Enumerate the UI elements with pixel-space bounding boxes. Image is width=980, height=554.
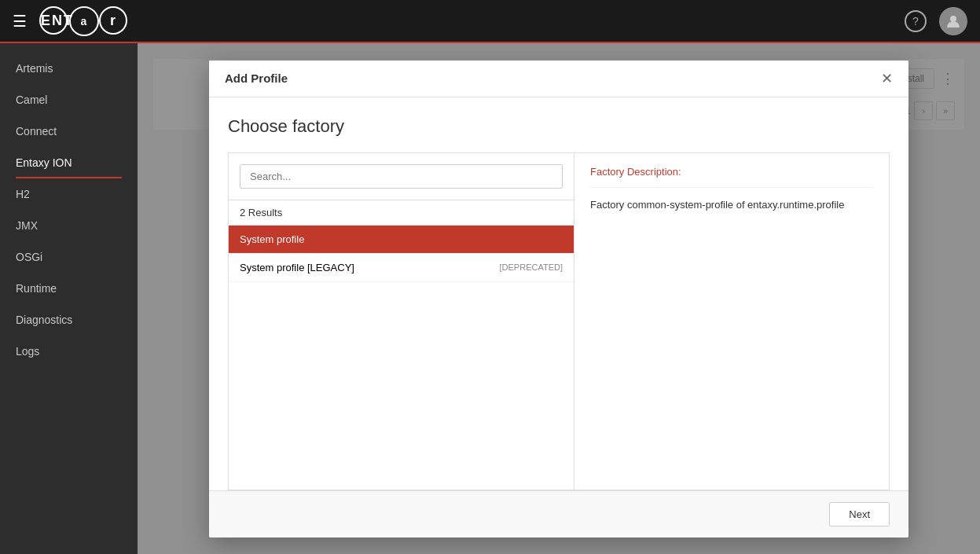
top-bar: ☰ ENTar ? [0, 0, 980, 43]
sidebar-item-connect[interactable]: Connect [0, 116, 138, 147]
search-container [229, 153, 574, 200]
logo: ENTar [39, 6, 127, 36]
top-bar-right: ? [905, 7, 967, 35]
sidebar-item-diagnostics[interactable]: Diagnostics [0, 304, 138, 336]
svg-point-0 [950, 16, 956, 22]
sidebar-item-osgi[interactable]: OSGi [0, 241, 138, 273]
sidebar-item-entaxy-ion[interactable]: Entaxy ION [0, 147, 138, 178]
factory-left-panel: 2 Results System profile System profile … [229, 153, 574, 490]
modal-footer: Next [209, 490, 908, 537]
modal-overlay: Add Profile ✕ Choose factory 2 Results [138, 43, 980, 554]
factory-list-item-system-profile-legacy[interactable]: System profile [LEGACY] [DEPRECATED] [229, 254, 574, 282]
sidebar-item-logs[interactable]: Logs [0, 336, 138, 367]
content-area: Uninstall ⋮ « ‹ 1 of 1 › » Add Pro [138, 43, 980, 554]
next-button[interactable]: Next [829, 502, 890, 526]
factory-item-name-0: System profile [240, 233, 304, 245]
main-layout: Artemis Camel Connect Entaxy ION H2 JMX … [0, 43, 980, 554]
modal-close-button[interactable]: ✕ [881, 72, 893, 86]
choose-factory-heading: Choose factory [228, 116, 890, 137]
modal-body: Choose factory 2 Results System profile [209, 97, 908, 490]
sidebar-item-runtime[interactable]: Runtime [0, 273, 138, 304]
factory-right-panel: Factory Description: Factory common-syst… [574, 153, 889, 490]
sidebar: Artemis Camel Connect Entaxy ION H2 JMX … [0, 43, 138, 554]
sidebar-item-artemis[interactable]: Artemis [0, 53, 138, 84]
hamburger-icon[interactable]: ☰ [13, 12, 27, 31]
factory-description-label: Factory Description: [590, 166, 873, 188]
results-count: 2 Results [229, 200, 574, 226]
sidebar-item-jmx[interactable]: JMX [0, 210, 138, 241]
modal-header: Add Profile ✕ [209, 61, 908, 97]
factory-item-name-1: System profile [LEGACY] [240, 262, 354, 273]
factory-description-text: Factory common-system-profile of entaxy.… [590, 197, 873, 213]
sidebar-item-h2[interactable]: H2 [0, 178, 138, 210]
top-bar-left: ☰ ENTar [13, 6, 127, 36]
search-input[interactable] [240, 164, 563, 189]
factory-item-badge-1: [DEPRECATED] [500, 262, 563, 272]
factory-list: System profile System profile [LEGACY] [… [229, 226, 574, 490]
sidebar-item-camel[interactable]: Camel [0, 84, 138, 116]
help-icon[interactable]: ? [905, 10, 927, 32]
factory-list-item-system-profile[interactable]: System profile [229, 226, 574, 254]
factory-grid: 2 Results System profile System profile … [228, 152, 890, 490]
modal-title: Add Profile [225, 72, 288, 85]
user-avatar[interactable] [939, 7, 967, 35]
add-profile-modal: Add Profile ✕ Choose factory 2 Results [209, 61, 908, 537]
